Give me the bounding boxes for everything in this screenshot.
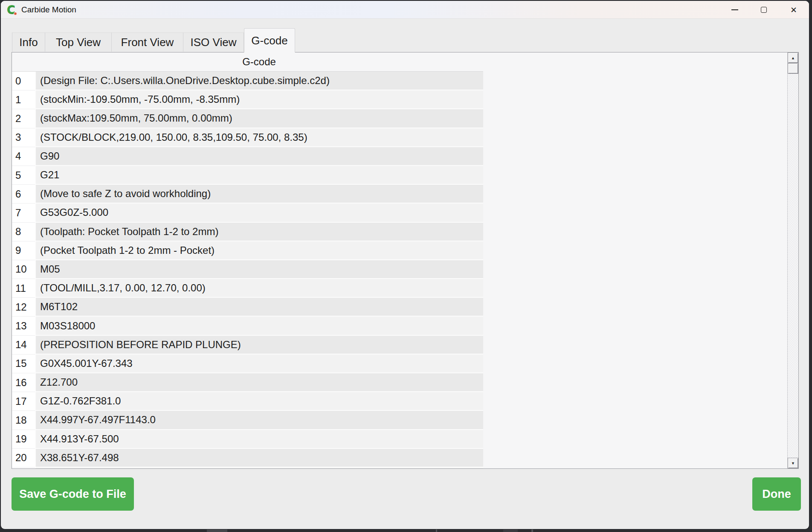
row-number: 16	[12, 373, 35, 392]
row-number: 17	[12, 392, 35, 411]
row-number: 0	[12, 72, 35, 90]
gcode-rows: 0(Design File: C:.Users.willa.OneDrive.D…	[12, 72, 483, 468]
row-number: 9	[12, 241, 35, 260]
table-row[interactable]: 7G53G0Z-5.000	[12, 203, 483, 222]
row-number-header	[12, 52, 35, 72]
row-number: 6	[12, 185, 35, 203]
row-number: 18	[12, 411, 35, 430]
maximize-icon	[761, 7, 767, 13]
table-row[interactable]: 16Z12.700	[12, 373, 483, 392]
taskbar-sliver	[0, 529, 812, 532]
gcode-line: X44.997Y-67.497F1143.0	[35, 411, 483, 430]
gcode-line: G21	[35, 166, 483, 185]
scroll-down-icon: ▼	[791, 461, 795, 465]
row-number: 5	[12, 166, 35, 185]
scroll-down-button[interactable]: ▼	[788, 458, 798, 468]
gcode-line: (stockMax:109.50mm, 75.00mm, 0.00mm)	[35, 109, 483, 128]
done-button[interactable]: Done	[752, 477, 801, 511]
taskbar-mark	[207, 529, 227, 532]
table-row[interactable]: 6(Move to safe Z to avoid workholding)	[12, 185, 483, 203]
gcode-line: (Pocket Toolpath 1-2 to 2mm - Pocket)	[35, 241, 483, 260]
table-row[interactable]: 2(stockMax:109.50mm, 75.00mm, 0.00mm)	[12, 109, 483, 128]
tab-gcode[interactable]: G-code	[244, 28, 295, 52]
taskbar-mark	[436, 529, 437, 532]
row-number: 19	[12, 430, 35, 449]
gcode-line: G90	[35, 147, 483, 166]
gcode-column-header[interactable]: G-code	[35, 52, 483, 72]
close-icon: ✕	[790, 6, 797, 14]
row-number: 20	[12, 449, 35, 468]
table-row[interactable]: 18X44.997Y-67.497F1143.0	[12, 411, 483, 430]
gcode-line: (Toolpath: Pocket Toolpath 1-2 to 2mm)	[35, 223, 483, 241]
table-row[interactable]: 14(PREPOSITION BEFORE RAPID PLUNGE)	[12, 336, 483, 355]
gcode-line: Z12.700	[35, 373, 483, 392]
tab-iso-view[interactable]: ISO View	[183, 32, 244, 52]
row-number: 1	[12, 90, 35, 109]
scroll-up-icon: ▲	[791, 56, 795, 60]
table-row[interactable]: 8(Toolpath: Pocket Toolpath 1-2 to 2mm)	[12, 223, 483, 241]
table-row[interactable]: 12M6T102	[12, 298, 483, 317]
table-row[interactable]: 11(TOOL/MILL,3.17, 0.00, 12.70, 0.00)	[12, 279, 483, 298]
row-number: 8	[12, 223, 35, 241]
gcode-line: X44.913Y-67.500	[35, 430, 483, 449]
table-row-partial	[12, 468, 483, 468]
gcode-line: G0X45.001Y-67.343	[35, 355, 483, 373]
gcode-line: (Design File: C:.Users.willa.OneDrive.De…	[35, 72, 483, 90]
gcode-line: (Move to safe Z to avoid workholding)	[35, 185, 483, 203]
save-gcode-button[interactable]: Save G-code to File	[12, 477, 134, 511]
gcode-table: G-code 0(Design File: C:.Users.willa.One…	[12, 52, 799, 469]
table-row[interactable]: 9(Pocket Toolpath 1-2 to 2mm - Pocket)	[12, 241, 483, 260]
tab-front-view[interactable]: Front View	[112, 32, 183, 52]
gcode-line: M6T102	[35, 298, 483, 317]
gcode-line: M05	[35, 260, 483, 279]
taskbar-mark	[531, 529, 533, 532]
table-row[interactable]: 10M05	[12, 260, 483, 279]
table-row[interactable]: 5G21	[12, 166, 483, 185]
vertical-scrollbar[interactable]: ▲ ▼	[787, 52, 798, 468]
gcode-line: G53G0Z-5.000	[35, 203, 483, 222]
title-bar: C Carbide Motion ✕	[1, 1, 809, 19]
table-row[interactable]: 4G90	[12, 147, 483, 166]
row-number: 12	[12, 298, 35, 317]
gcode-line: X38.651Y-67.498	[35, 449, 483, 468]
taskbar-mark	[503, 529, 518, 532]
logo-dot	[14, 12, 17, 15]
carbide-motion-window: C Carbide Motion ✕ Info Top View Front V…	[1, 1, 809, 529]
minimize-icon	[731, 9, 738, 10]
row-number: 4	[12, 147, 35, 166]
table-row[interactable]: 15G0X45.001Y-67.343	[12, 355, 483, 373]
tab-top-view[interactable]: Top View	[45, 32, 112, 52]
table-row[interactable]: 13M03S18000	[12, 317, 483, 335]
gcode-line: (TOOL/MILL,3.17, 0.00, 12.70, 0.00)	[35, 279, 483, 298]
row-number: 15	[12, 355, 35, 373]
table-header-row: G-code	[12, 52, 483, 72]
row-number: 2	[12, 109, 35, 128]
gcode-line: M03S18000	[35, 317, 483, 335]
close-button[interactable]: ✕	[784, 2, 803, 17]
table-row[interactable]: 0(Design File: C:.Users.willa.OneDrive.D…	[12, 72, 483, 90]
gcode-line: (STOCK/BLOCK,219.00, 150.00, 8.35,109.50…	[35, 128, 483, 147]
window-title: Carbide Motion	[21, 1, 76, 19]
gcode-line: G1Z-0.762F381.0	[35, 392, 483, 411]
gcode-line: (PREPOSITION BEFORE RAPID PLUNGE)	[35, 336, 483, 355]
minimize-button[interactable]	[725, 2, 745, 17]
row-number: 10	[12, 260, 35, 279]
table-row[interactable]: 20X38.651Y-67.498	[12, 449, 483, 468]
table-row[interactable]: 3(STOCK/BLOCK,219.00, 150.00, 8.35,109.5…	[12, 128, 483, 147]
table-row[interactable]: 17G1Z-0.762F381.0	[12, 392, 483, 411]
row-number: 14	[12, 336, 35, 355]
maximize-button[interactable]	[754, 2, 774, 17]
row-number: 7	[12, 203, 35, 222]
gcode-line: (stockMin:-109.50mm, -75.00mm, -8.35mm)	[35, 90, 483, 109]
carbide-motion-logo-icon: C	[7, 4, 18, 16]
table-row[interactable]: 1(stockMin:-109.50mm, -75.00mm, -8.35mm)	[12, 90, 483, 109]
row-number: 11	[12, 279, 35, 298]
row-number: 13	[12, 317, 35, 335]
gcode-line	[35, 468, 483, 468]
desktop: { "window": { "title": "Carbide Motion" …	[0, 0, 812, 532]
scrollbar-thumb[interactable]	[788, 63, 798, 74]
scroll-up-button[interactable]: ▲	[788, 52, 798, 63]
table-row[interactable]: 19X44.913Y-67.500	[12, 430, 483, 449]
row-number: 3	[12, 128, 35, 147]
tab-info[interactable]: Info	[12, 32, 45, 52]
